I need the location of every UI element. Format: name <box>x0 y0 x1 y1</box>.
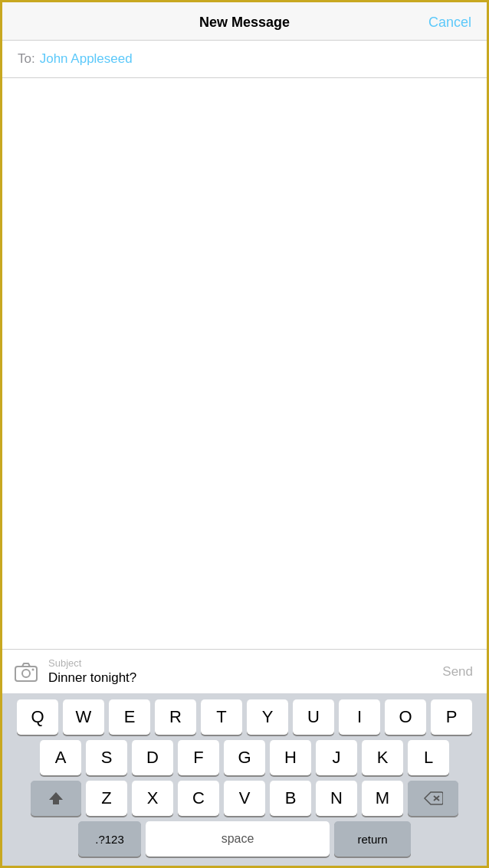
key-a[interactable]: A <box>40 740 81 775</box>
to-value: John Appleseed <box>40 51 133 67</box>
key-z[interactable]: Z <box>86 781 127 816</box>
key-f[interactable]: F <box>178 740 219 775</box>
keyboard-row-2: A S D F G H J K L <box>5 740 484 775</box>
backspace-key[interactable] <box>408 781 458 816</box>
key-d[interactable]: D <box>132 740 173 775</box>
key-s[interactable]: S <box>86 740 127 775</box>
header: New Message Cancel <box>2 2 487 41</box>
subject-label: Subject <box>48 657 430 669</box>
page-title: New Message <box>199 15 290 31</box>
key-l[interactable]: L <box>408 740 449 775</box>
key-x[interactable]: X <box>132 781 173 816</box>
key-o[interactable]: O <box>385 699 426 735</box>
key-g[interactable]: G <box>224 740 265 775</box>
key-y[interactable]: Y <box>247 699 288 735</box>
compose-area: Subject Dinner tonight? Send <box>2 649 487 693</box>
svg-point-2 <box>32 668 34 670</box>
cancel-button[interactable]: Cancel <box>428 15 471 31</box>
key-u[interactable]: U <box>293 699 334 735</box>
shift-key[interactable] <box>31 781 81 816</box>
to-field[interactable]: To: John Appleseed <box>2 41 487 78</box>
key-n[interactable]: N <box>316 781 357 816</box>
key-q[interactable]: Q <box>17 699 58 735</box>
keyboard: Q W E R T Y U I O P A S D F G H J K L <box>2 693 487 866</box>
numbers-key[interactable]: .?123 <box>78 821 141 857</box>
key-m[interactable]: M <box>362 781 403 816</box>
key-v[interactable]: V <box>224 781 265 816</box>
return-key[interactable]: return <box>334 821 411 857</box>
to-label: To: <box>18 51 35 67</box>
phone-frame: New Message Cancel To: John Appleseed Su… <box>0 0 489 868</box>
keyboard-row-bottom: .?123 space return <box>5 821 484 863</box>
key-j[interactable]: J <box>316 740 357 775</box>
compose-text-area[interactable]: Subject Dinner tonight? <box>48 657 430 686</box>
space-key[interactable]: space <box>146 821 330 857</box>
keyboard-row-3: Z X C V B N M <box>5 781 484 816</box>
key-w[interactable]: W <box>63 699 104 735</box>
key-t[interactable]: T <box>201 699 242 735</box>
key-p[interactable]: P <box>431 699 472 735</box>
svg-point-1 <box>22 670 30 677</box>
subject-value: Dinner tonight? <box>48 670 430 686</box>
message-body[interactable] <box>2 78 487 649</box>
key-c[interactable]: C <box>178 781 219 816</box>
send-button[interactable]: Send <box>439 664 476 680</box>
key-r[interactable]: R <box>155 699 196 735</box>
camera-icon[interactable] <box>13 659 39 685</box>
key-b[interactable]: B <box>270 781 311 816</box>
key-e[interactable]: E <box>109 699 150 735</box>
keyboard-row-1: Q W E R T Y U I O P <box>5 699 484 735</box>
key-i[interactable]: I <box>339 699 380 735</box>
key-k[interactable]: K <box>362 740 403 775</box>
key-h[interactable]: H <box>270 740 311 775</box>
